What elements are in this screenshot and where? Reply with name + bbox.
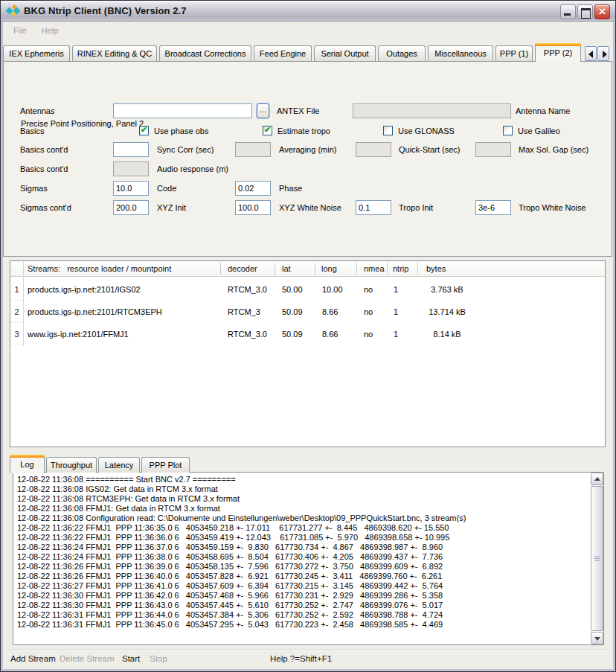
log-line: 12-08-22 11:36:30 FFMJ1 PPP 11:36:42.0 6… bbox=[17, 591, 588, 601]
minimize-button[interactable] bbox=[560, 4, 576, 19]
streams-table: Streams: resource loader / mountpoint de… bbox=[10, 260, 606, 447]
tab-ppp-2[interactable]: PPP (2) bbox=[535, 43, 581, 62]
cell-long: 10.00 bbox=[322, 278, 343, 301]
xyz-white-noise-input[interactable] bbox=[235, 200, 271, 215]
basics-label: Basics bbox=[20, 124, 44, 138]
xyz-init-input[interactable] bbox=[113, 200, 149, 215]
stop-button: Stop bbox=[148, 654, 169, 663]
tab-throughput[interactable]: Throughput bbox=[46, 457, 97, 473]
tab-feed-engine[interactable]: Feed Engine bbox=[254, 45, 312, 61]
log-line: 12-08-22 11:36:08 IGS02: Get data in RTC… bbox=[17, 484, 588, 494]
add-stream-button[interactable]: Add Stream bbox=[9, 654, 57, 663]
log-text: 12-08-22 11:36:08 ========== Start BNC v… bbox=[17, 475, 588, 630]
log-line: 12-08-22 11:36:22 FFMJ1 PPP 11:36:36.0 6… bbox=[17, 533, 588, 543]
bottom-tab-bar: Log Throughput Latency PPP Plot bbox=[10, 455, 190, 473]
max-sol-gap-label: Max Sol. Gap (sec) bbox=[519, 142, 588, 157]
tropo-white-noise-input[interactable] bbox=[475, 200, 511, 215]
sigma-code-input[interactable] bbox=[113, 181, 149, 196]
quick-start-input bbox=[356, 142, 391, 157]
browse-antennas-button[interactable]: ... bbox=[257, 103, 269, 118]
antennas-input[interactable] bbox=[113, 103, 252, 118]
row-number: 1 bbox=[10, 278, 23, 301]
cell-decoder: RTCM_3.0 bbox=[228, 278, 267, 301]
cell-decoder: RTCM_3.0 bbox=[228, 323, 267, 345]
log-line: 12-08-22 11:36:08 FFMJ1: Get data in RTC… bbox=[17, 504, 588, 513]
estimate-tropo-checkbox[interactable] bbox=[263, 126, 272, 135]
averaging-label: Averaging (min) bbox=[279, 142, 336, 157]
header-lat: lat bbox=[282, 261, 291, 277]
cell-ntrip: 1 bbox=[394, 301, 398, 323]
use-glonass-checkbox[interactable] bbox=[383, 126, 393, 135]
cell-mountpoint: www.igs-ip.net:2101/FFMJ1 bbox=[28, 323, 129, 345]
antex-file-input bbox=[353, 103, 511, 118]
tab-ppp-plot[interactable]: PPP Plot bbox=[141, 457, 190, 473]
cell-lat: 50.09 bbox=[282, 301, 303, 323]
scroll-up-button[interactable] bbox=[591, 473, 603, 485]
log-line: 12-08-22 11:36:22 FFMJ1 PPP 11:36:35.0 6… bbox=[17, 523, 588, 533]
cell-lat: 50.00 bbox=[282, 278, 303, 301]
delete-stream-button: Delete Stream bbox=[58, 654, 116, 663]
log-line: 12-08-22 11:36:31 FFMJ1 PPP 11:36:45.0 6… bbox=[17, 620, 588, 630]
menu-item-help[interactable]: Help bbox=[36, 24, 65, 37]
ppp-panel-2: Precise Point Positioning, Panel 2. bbox=[3, 61, 612, 257]
header-decoder: decoder bbox=[228, 261, 257, 277]
header-long: long bbox=[321, 261, 337, 277]
sigmas-contd-label: Sigmas cont'd bbox=[20, 200, 71, 215]
tab-log[interactable]: Log bbox=[10, 455, 45, 473]
cell-decoder: RTCM_3 bbox=[228, 301, 260, 323]
sigma-phase-input[interactable] bbox=[235, 181, 271, 196]
tab-latency[interactable]: Latency bbox=[98, 457, 140, 473]
stream-row[interactable]: 2 products.igs-ip.net:2101/RTCM3EPH RTCM… bbox=[10, 301, 605, 323]
use-galileo-checkbox[interactable] bbox=[503, 126, 513, 135]
start-button[interactable]: Start bbox=[121, 654, 141, 663]
tab-ppp-1[interactable]: PPP (1) bbox=[495, 45, 533, 61]
sync-corr-label: Sync Corr (sec) bbox=[157, 142, 214, 157]
sigma-code-label: Code bbox=[157, 181, 176, 196]
tab-serial-output[interactable]: Serial Output bbox=[314, 45, 376, 61]
tropo-init-input[interactable] bbox=[356, 200, 391, 215]
log-scrollbar[interactable] bbox=[591, 473, 603, 644]
cell-lat: 50.09 bbox=[282, 323, 303, 345]
tab-broadcast-corrections[interactable]: Broadcast Corrections bbox=[159, 45, 251, 61]
log-line: 12-08-22 11:36:30 FFMJ1 PPP 11:36:43.0 6… bbox=[17, 601, 588, 610]
scroll-thumb[interactable] bbox=[591, 486, 603, 631]
estimate-tropo-label: Estimate tropo bbox=[277, 124, 330, 138]
max-sol-gap-input bbox=[475, 142, 511, 157]
tab-miscellaneous[interactable]: Miscellaneous bbox=[428, 45, 493, 61]
tropo-init-label: Tropo Init bbox=[399, 200, 433, 215]
stream-row[interactable]: 1 products.igs-ip.net:2101/IGS02 RTCM_3.… bbox=[10, 278, 605, 301]
window-content: File Help IEX Ephemeris RINEX Editing & … bbox=[3, 22, 613, 669]
header-bytes: bytes bbox=[426, 261, 446, 277]
log-line: 12-08-22 11:36:08 ========== Start BNC v… bbox=[17, 475, 588, 484]
header-streams: Streams: resource loader / mountpoint bbox=[28, 261, 171, 277]
help-hint-label: Help ?=Shift+F1 bbox=[270, 654, 332, 663]
averaging-input bbox=[235, 142, 271, 157]
cell-ntrip: 1 bbox=[394, 278, 398, 301]
log-line: 12-08-22 11:36:31 FFMJ1 PPP 11:36:44.0 6… bbox=[17, 610, 588, 620]
sigmas-label: Sigmas bbox=[20, 181, 48, 196]
window-title: BKG Ntrip Client (BNC) Version 2.7 bbox=[24, 5, 187, 16]
tab-rinex-ephemeris[interactable]: IEX Ephemeris bbox=[3, 45, 70, 61]
tab-rinex-editing-qc[interactable]: RINEX Editing & QC bbox=[72, 45, 157, 61]
cell-bytes: 13.714 kB bbox=[417, 301, 477, 323]
scroll-down-button[interactable] bbox=[591, 632, 603, 644]
log-line: 12-08-22 11:36:26 FFMJ1 PPP 11:36:40.0 6… bbox=[17, 572, 588, 581]
header-nmea: nmea bbox=[364, 261, 385, 277]
cell-long: 8.66 bbox=[322, 323, 338, 345]
use-phase-obs-label: Use phase obs bbox=[154, 124, 208, 138]
tab-outages[interactable]: Outages bbox=[378, 45, 426, 61]
tab-scroll-right-button[interactable] bbox=[597, 46, 609, 61]
sync-corr-input[interactable] bbox=[113, 142, 149, 157]
close-button[interactable] bbox=[594, 4, 610, 19]
maximize-button[interactable] bbox=[577, 4, 593, 19]
use-phase-obs-checkbox[interactable] bbox=[139, 126, 149, 135]
cell-nmea: no bbox=[364, 323, 373, 345]
tab-scroll-left-button[interactable] bbox=[585, 46, 597, 61]
cell-mountpoint: products.igs-ip.net:2101/IGS02 bbox=[28, 278, 141, 301]
cell-ntrip: 1 bbox=[394, 323, 398, 345]
log-line: 12-08-22 11:36:26 FFMJ1 PPP 11:36:39.0 6… bbox=[17, 562, 588, 572]
stream-row[interactable]: 3 www.igs-ip.net:2101/FFMJ1 RTCM_3.0 50.… bbox=[10, 323, 605, 345]
titlebar: BKG Ntrip Client (BNC) Version 2.7 bbox=[1, 1, 615, 22]
menubar: File Help bbox=[3, 22, 613, 39]
menu-item-file[interactable]: File bbox=[7, 24, 33, 37]
